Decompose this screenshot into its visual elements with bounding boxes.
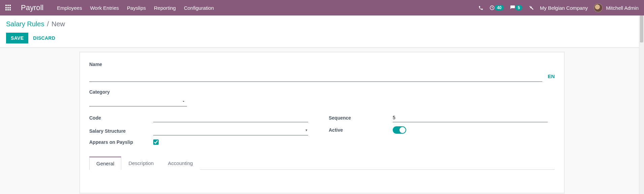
breadcrumb-sep: /	[47, 20, 49, 28]
structure-label: Salary Structure	[89, 128, 153, 134]
toggle-knob	[399, 127, 406, 133]
name-input[interactable]	[89, 69, 542, 82]
form-sheet: Name EN Category Code	[79, 52, 565, 193]
sequence-field: Sequence	[329, 113, 555, 122]
messages-count: 5	[515, 5, 522, 10]
code-field: Code	[89, 113, 315, 122]
topbar-right: 40 5 My Belgian Company Mitchell Admin	[478, 3, 639, 12]
tab-underline	[200, 156, 555, 170]
category-input[interactable]	[89, 97, 187, 106]
category-label: Category	[89, 89, 555, 95]
tab-accounting[interactable]: Accounting	[161, 156, 200, 170]
name-field: Name EN	[89, 62, 555, 82]
code-input[interactable]	[153, 113, 308, 122]
scrollbar[interactable]	[639, 15, 644, 193]
debug-icon[interactable]	[528, 5, 534, 10]
active-label: Active	[329, 127, 393, 133]
messages-button[interactable]: 5	[510, 5, 522, 10]
activities-button[interactable]: 40	[489, 5, 504, 10]
app-brand[interactable]: Payroll	[21, 3, 43, 12]
tab-description[interactable]: Description	[121, 156, 161, 170]
breadcrumb: Salary Rules / New	[6, 20, 638, 28]
avatar	[594, 3, 603, 12]
structure-field: Salary Structure ▾	[89, 126, 315, 135]
structure-input[interactable]	[153, 126, 308, 135]
nav-employees[interactable]: Employees	[57, 5, 82, 11]
discard-button[interactable]: DISCARD	[33, 35, 55, 41]
category-field: Category	[89, 89, 555, 106]
company-switcher[interactable]: My Belgian Company	[540, 5, 588, 11]
breadcrumb-root[interactable]: Salary Rules	[6, 20, 44, 28]
two-column-fields: Code Salary Structure ▾ Appears on Paysl…	[89, 113, 555, 149]
tab-general[interactable]: General	[89, 157, 121, 170]
topbar: Payroll Employees Work Entries Payslips …	[0, 0, 644, 15]
control-panel: Salary Rules / New SAVE DISCARD	[0, 15, 644, 47]
save-button[interactable]: SAVE	[6, 33, 28, 43]
appears-field: Appears on Payslip	[89, 139, 315, 145]
canvas: Name EN Category Code	[0, 48, 644, 193]
user-name: Mitchell Admin	[606, 5, 639, 11]
user-menu[interactable]: Mitchell Admin	[594, 3, 639, 12]
appears-checkbox[interactable]	[153, 139, 159, 145]
active-field: Active	[329, 126, 555, 134]
code-label: Code	[89, 115, 153, 121]
phone-icon[interactable]	[478, 5, 483, 10]
name-label: Name	[89, 62, 555, 67]
sequence-input[interactable]	[393, 113, 548, 122]
activities-count: 40	[495, 5, 504, 10]
main-nav: Employees Work Entries Payslips Reportin…	[57, 5, 214, 11]
nav-reporting[interactable]: Reporting	[154, 5, 176, 11]
action-buttons: SAVE DISCARD	[6, 33, 638, 47]
nav-configuration[interactable]: Configuration	[184, 5, 214, 11]
nav-payslips[interactable]: Payslips	[127, 5, 146, 11]
scrollbar-thumb[interactable]	[640, 15, 643, 42]
form-tabs: General Description Accounting	[89, 156, 555, 170]
nav-work-entries[interactable]: Work Entries	[90, 5, 119, 11]
active-toggle[interactable]	[393, 126, 406, 134]
sequence-label: Sequence	[329, 115, 393, 121]
apps-icon[interactable]	[5, 5, 11, 11]
appears-label: Appears on Payslip	[89, 139, 153, 145]
lang-button[interactable]: EN	[548, 73, 555, 82]
breadcrumb-current: New	[52, 20, 65, 28]
